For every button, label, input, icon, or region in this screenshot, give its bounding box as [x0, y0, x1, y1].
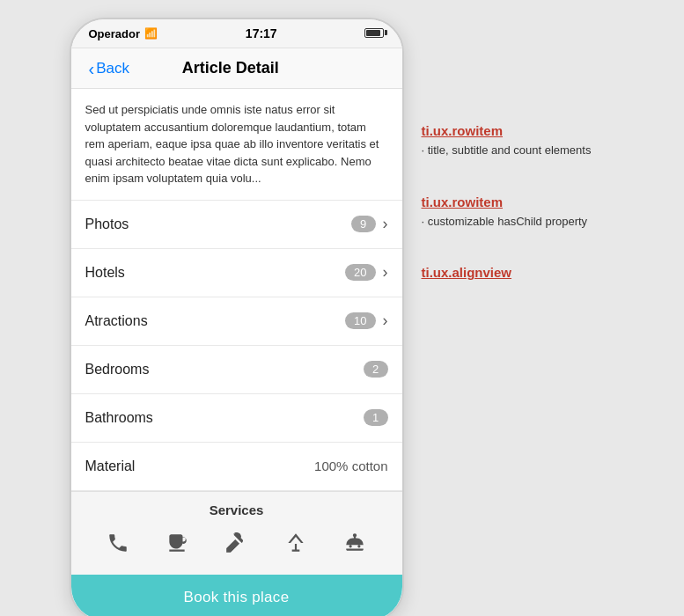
annotation-rowitem-2: ti.ux.rowitem · customizable hasChild pr…	[422, 194, 615, 231]
table-lamp-icon	[284, 532, 307, 561]
row-badge-bathrooms: 1	[364, 409, 388, 426]
row-label-atractions: Atractions	[85, 313, 346, 329]
annotation-rowitem-1: ti.ux.rowitem · title, subtitle and coun…	[422, 123, 615, 159]
row-label-material: Material	[85, 458, 315, 474]
annotation-desc-1: · title, subtitle and count elements	[422, 142, 615, 159]
row-bedrooms: Bedrooms 2	[71, 346, 402, 394]
services-title: Services	[71, 492, 402, 524]
row-badge-photos: 9	[351, 216, 376, 232]
annotation-alignview: ti.ux.alignview	[422, 265, 615, 280]
wifi-icon: 📶	[144, 27, 158, 40]
annotation-title-3: ti.ux.alignview	[422, 265, 615, 280]
status-left: Operador 📶	[89, 27, 158, 40]
row-badge-bedrooms: 2	[364, 361, 388, 378]
time-label: 17:17	[246, 26, 277, 40]
row-label-bathrooms: Bathrooms	[85, 410, 364, 426]
row-chevron-atractions: ›	[383, 312, 388, 330]
cup-icon	[165, 532, 188, 561]
battery-icon	[364, 27, 384, 40]
description-text: Sed ut perspiciatis unde omnis iste natu…	[71, 89, 402, 201]
annotations-panel: ti.ux.rowitem · title, subtitle and coun…	[422, 18, 615, 280]
content-area: Sed ut perspiciatis unde omnis iste natu…	[71, 89, 402, 616]
row-label-photos: Photos	[85, 216, 351, 232]
book-button[interactable]: Book this place	[71, 575, 402, 617]
annotation-title-1: ti.ux.rowitem	[422, 123, 615, 138]
annotation-desc-2: · customizable hasChild property	[422, 213, 615, 231]
nav-title: Article Detail	[77, 59, 385, 77]
services-icons	[71, 524, 402, 575]
carrier-label: Operador	[89, 27, 141, 40]
row-bathrooms: Bathrooms 1	[71, 394, 402, 443]
row-hotels[interactable]: Hotels 20 ›	[71, 249, 402, 297]
row-badge-hotels: 20	[345, 264, 375, 281]
row-value-material: 100% cotton	[314, 458, 387, 473]
page-wrapper: Operador 📶 17:17 ‹ Back Article Detail S…	[52, 0, 633, 616]
nav-bar: ‹ Back Article Detail	[71, 48, 402, 89]
shower-icon	[224, 532, 247, 561]
row-label-hotels: Hotels	[85, 265, 346, 281]
annotation-title-2: ti.ux.rowitem	[422, 194, 615, 209]
row-material: Material 100% cotton	[71, 443, 402, 491]
row-atractions[interactable]: Atractions 10 ›	[71, 297, 402, 346]
services-section: Services	[71, 491, 402, 575]
row-badge-atractions: 10	[345, 312, 375, 329]
robot-icon	[343, 532, 366, 561]
phone-frame: Operador 📶 17:17 ‹ Back Article Detail S…	[70, 18, 404, 616]
phone-icon	[107, 532, 129, 561]
row-chevron-photos: ›	[383, 215, 388, 233]
row-label-bedrooms: Bedrooms	[85, 362, 364, 378]
row-photos[interactable]: Photos 9 ›	[71, 201, 402, 249]
row-chevron-hotels: ›	[383, 263, 388, 282]
status-bar: Operador 📶 17:17	[71, 19, 402, 48]
